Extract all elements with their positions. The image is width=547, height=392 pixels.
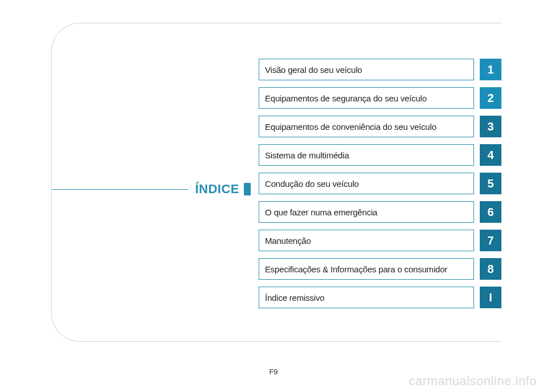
toc-label: Visão geral do seu veículo (259, 59, 474, 80)
toc-list: Visão geral do seu veículo 1 Equipamento… (251, 59, 501, 309)
toc-row[interactable]: Manutenção 7 (259, 230, 501, 251)
section-title: ÍNDICE (195, 182, 239, 197)
toc-chapter-number: 8 (480, 258, 501, 280)
toc-label: Sistema de multimédia (259, 144, 474, 166)
toc-chapter-number: 4 (480, 144, 501, 166)
toc-row[interactable]: O que fazer numa emergência 6 (259, 201, 501, 223)
content-area: ÍNDICE Visão geral do seu veículo 1 Equi… (52, 59, 501, 309)
toc-chapter-number: 7 (480, 230, 501, 251)
toc-chapter-number: 2 (480, 87, 501, 109)
toc-label: Condução do seu veículo (259, 173, 474, 194)
toc-chapter-number: 3 (480, 116, 501, 137)
toc-chapter-number: 6 (480, 201, 501, 223)
toc-chapter-number: 5 (480, 173, 501, 194)
toc-row[interactable]: Índice remissivo I (259, 287, 501, 308)
toc-label: Especificações & Informações para o cons… (259, 258, 474, 280)
heading-rule (52, 189, 188, 190)
toc-row[interactable]: Visão geral do seu veículo 1 (259, 59, 501, 80)
heading-block-icon (244, 183, 251, 195)
toc-label: O que fazer numa emergência (259, 201, 474, 223)
toc-chapter-number: I (480, 287, 501, 308)
toc-label: Equipamentos de segurança do seu veículo (259, 87, 474, 109)
toc-label: Manutenção (259, 230, 474, 251)
toc-row[interactable]: Equipamentos de segurança do seu veículo… (259, 87, 501, 109)
watermark: carmanualsonline.info (409, 374, 537, 389)
toc-row[interactable]: Especificações & Informações para o cons… (259, 258, 501, 280)
left-column: ÍNDICE (52, 59, 251, 309)
toc-row[interactable]: Sistema de multimédia 4 (259, 144, 501, 166)
toc-label: Equipamentos de conveniência do seu veíc… (259, 116, 474, 137)
toc-row[interactable]: Equipamentos de conveniência do seu veíc… (259, 116, 501, 137)
page-frame: ÍNDICE Visão geral do seu veículo 1 Equi… (51, 23, 501, 342)
toc-row[interactable]: Condução do seu veículo 5 (259, 173, 501, 194)
toc-chapter-number: 1 (480, 59, 501, 80)
heading-row: ÍNDICE (52, 182, 251, 197)
toc-label: Índice remissivo (259, 287, 474, 308)
